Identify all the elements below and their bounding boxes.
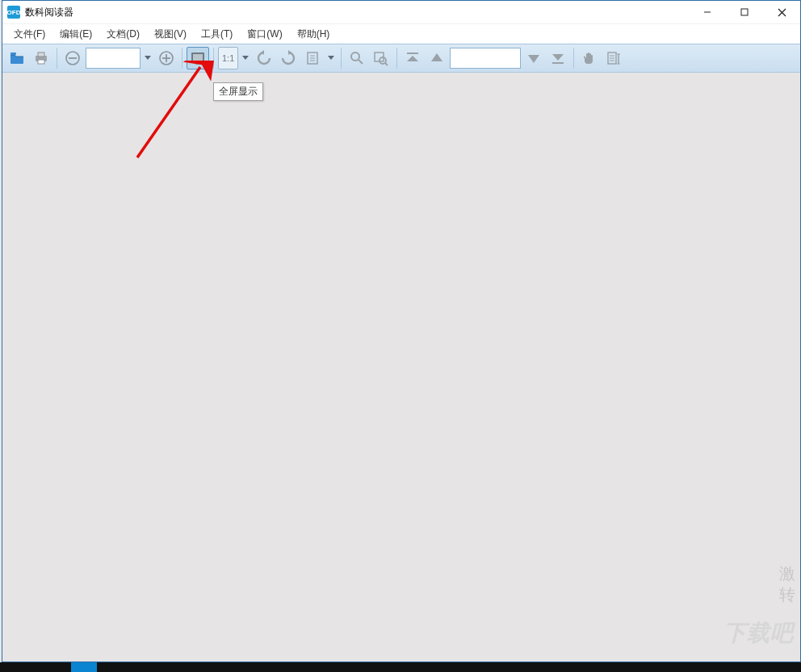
svg-rect-16: [195, 63, 200, 65]
rotate-left-button[interactable]: [253, 47, 275, 69]
select-text-button[interactable]: [602, 47, 625, 69]
svg-marker-33: [528, 55, 539, 63]
minimize-button[interactable]: [689, 1, 726, 23]
titlebar[interactable]: OFD 数科阅读器: [2, 1, 800, 23]
toolbar-separator: [57, 48, 57, 69]
open-button[interactable]: [6, 47, 28, 69]
reading-mode-button[interactable]: [301, 47, 324, 69]
watermark-line1: 激: [779, 563, 795, 584]
watermark-line2: 转: [779, 584, 795, 605]
menu-view[interactable]: 视图(V): [148, 25, 193, 44]
svg-line-29: [385, 63, 388, 65]
find-button[interactable]: [346, 47, 368, 69]
first-page-button[interactable]: [401, 47, 424, 69]
zoom-out-button[interactable]: [61, 47, 84, 69]
svg-line-3: [778, 9, 786, 16]
zoom-level-input[interactable]: [86, 48, 140, 69]
svg-point-25: [351, 52, 359, 61]
svg-line-26: [359, 60, 363, 64]
menu-doc[interactable]: 文档(D): [100, 25, 146, 44]
svg-rect-1: [741, 9, 748, 15]
svg-rect-6: [38, 52, 44, 57]
svg-marker-10: [145, 56, 151, 60]
taskbar-active-app[interactable]: [71, 662, 97, 672]
size-dropdown[interactable]: [240, 48, 251, 69]
svg-marker-34: [552, 54, 564, 61]
svg-marker-32: [431, 53, 442, 61]
app-icon: OFD: [7, 6, 20, 19]
reading-mode-dropdown[interactable]: [325, 48, 337, 69]
taskbar[interactable]: [0, 662, 801, 672]
menu-edit[interactable]: 编辑(E): [53, 25, 99, 44]
screen: OFD 数科阅读器 文件(F) 编辑(E) 文档(D) 视图(V) 工具(T) …: [0, 0, 801, 672]
tooltip-fullscreen: 全屏显示: [213, 82, 263, 101]
toolbar-separator: [213, 48, 214, 69]
close-button[interactable]: [763, 1, 800, 23]
menu-tools[interactable]: 工具(T): [195, 25, 239, 44]
menu-file[interactable]: 文件(F): [7, 25, 52, 44]
actual-size-button[interactable]: 1:1: [218, 47, 238, 69]
window-title: 数科阅读器: [25, 6, 73, 19]
app-window: OFD 数科阅读器 文件(F) 编辑(E) 文档(D) 视图(V) 工具(T) …: [2, 0, 801, 662]
next-page-button[interactable]: [522, 47, 545, 69]
zoom-dropdown[interactable]: [142, 48, 153, 69]
fullscreen-button[interactable]: [187, 47, 209, 69]
toolbar: 1:1: [2, 44, 800, 73]
menubar: 文件(F) 编辑(E) 文档(D) 视图(V) 工具(T) 窗口(W) 帮助(H…: [2, 23, 800, 44]
svg-marker-17: [242, 56, 249, 60]
window-controls: [689, 1, 800, 23]
toolbar-separator: [396, 48, 397, 69]
svg-marker-31: [407, 56, 418, 61]
page-number-input[interactable]: [450, 48, 521, 69]
document-canvas[interactable]: 激 转 下载吧: [2, 73, 800, 662]
toolbar-separator: [341, 48, 342, 69]
svg-rect-15: [193, 54, 203, 61]
zoom-in-button[interactable]: [155, 47, 178, 69]
svg-marker-24: [328, 56, 334, 60]
maximize-button[interactable]: [726, 1, 763, 23]
site-watermark: 下载吧: [723, 618, 794, 649]
svg-rect-4: [10, 52, 16, 55]
menu-help[interactable]: 帮助(H): [291, 25, 337, 44]
prev-page-button[interactable]: [426, 47, 448, 69]
find-area-button[interactable]: [370, 47, 392, 69]
rotate-right-button[interactable]: [277, 47, 300, 69]
toolbar-separator: [573, 48, 574, 69]
svg-point-28: [380, 57, 386, 64]
hand-tool-button[interactable]: [578, 47, 601, 69]
print-button[interactable]: [30, 47, 52, 69]
toolbar-separator: [182, 48, 182, 69]
svg-line-2: [778, 9, 786, 16]
last-page-button[interactable]: [547, 47, 569, 69]
menu-window[interactable]: 窗口(W): [241, 25, 288, 44]
svg-rect-7: [38, 60, 44, 64]
activation-watermark: 激 转: [779, 563, 795, 605]
